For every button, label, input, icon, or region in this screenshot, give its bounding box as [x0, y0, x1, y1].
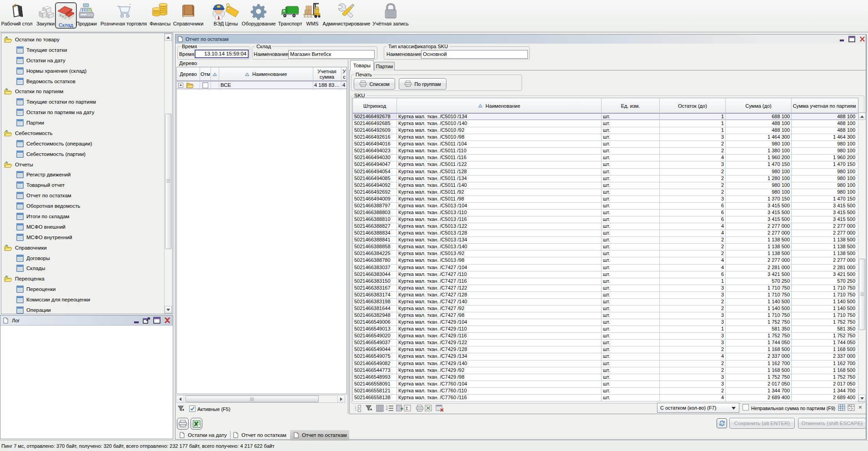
svg-text:2: 2 [386, 408, 388, 411]
svg-text:Σ: Σ [406, 406, 408, 411]
